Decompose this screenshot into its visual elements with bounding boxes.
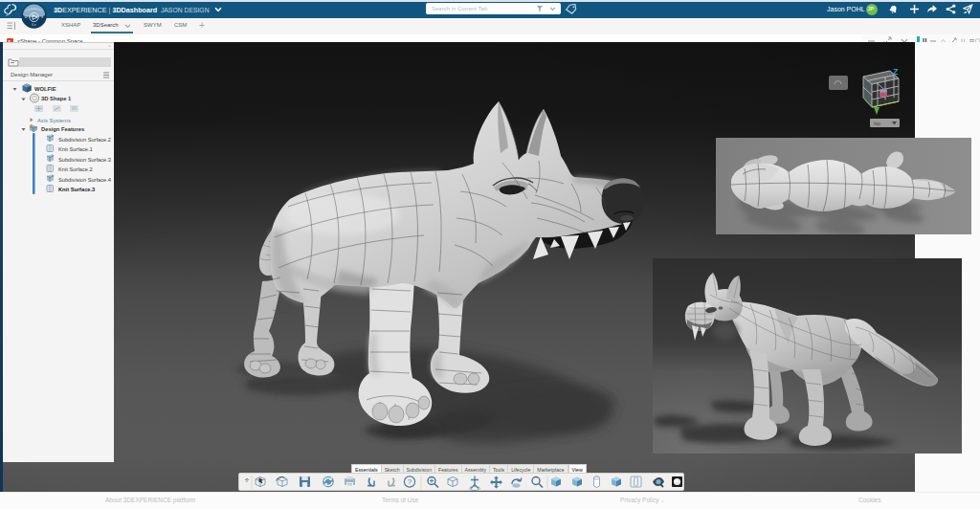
svg-text:Iso: Iso: [874, 121, 880, 126]
svg-text:Knit Surface.1: Knit Surface.1: [58, 146, 93, 152]
svg-text:W: W: [24, 15, 27, 19]
svg-text:Z: Z: [893, 67, 899, 77]
svg-text:Subdivision Surface.4: Subdivision Surface.4: [58, 177, 111, 183]
svg-text:Subdivision Surface.2: Subdivision Surface.2: [58, 137, 111, 143]
svg-text:Axis Systems: Axis Systems: [37, 118, 71, 123]
svg-text:3D Shape 1: 3D Shape 1: [41, 96, 72, 101]
svg-text:Subdivision Surface.3: Subdivision Surface.3: [58, 157, 111, 163]
svg-text:WOLFIE: WOLFIE: [34, 86, 56, 92]
svg-text:?: ?: [408, 477, 412, 486]
svg-text:Knit Surface.3: Knit Surface.3: [58, 187, 95, 192]
svg-text:6.x: 6.x: [32, 23, 36, 27]
svg-text:Knit Surface.2: Knit Surface.2: [58, 166, 93, 172]
svg-text:Design Features: Design Features: [41, 126, 84, 132]
svg-text:E: E: [41, 15, 43, 19]
